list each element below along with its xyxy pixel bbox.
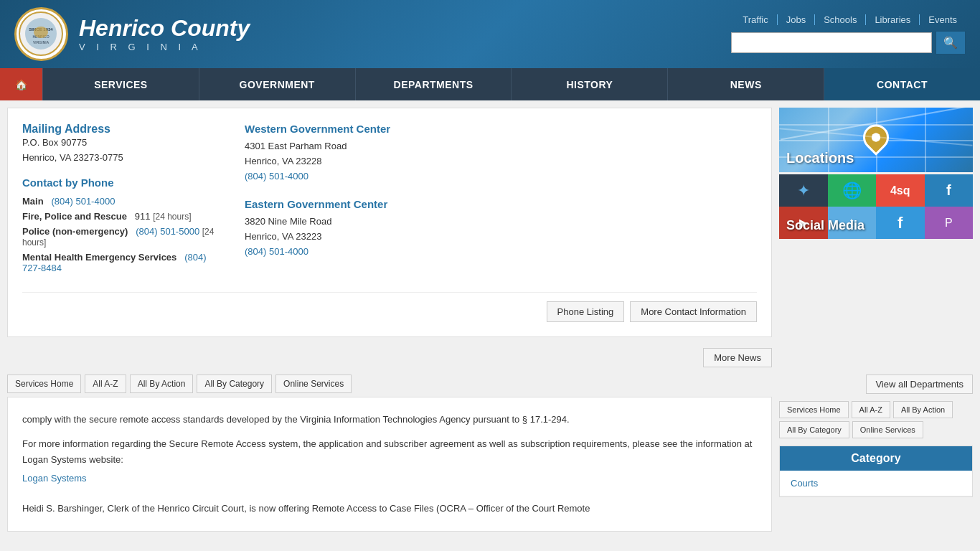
category-box: Category Courts <box>779 446 973 497</box>
county-name-text: Henrico County <box>79 16 250 41</box>
main-nav: 🏠 SERVICES GOVERNMENT DEPARTMENTS HISTOR… <box>0 68 980 100</box>
phone-mental: Mental Health Emergency Services (804) 7… <box>22 252 223 273</box>
locations-box[interactable]: Locations <box>779 108 973 172</box>
view-all-departments-button[interactable]: View all Departments <box>866 375 973 394</box>
content-para1: comply with the secure remote access sta… <box>22 412 757 428</box>
svc-nav-side-online-services[interactable]: Online Services <box>852 421 923 438</box>
contact-right-col: Western Government Center 4301 East Parh… <box>245 123 757 278</box>
top-link-jobs[interactable]: Jobs <box>778 14 815 25</box>
phone-fire-number: 911 <box>135 211 151 222</box>
eastern-center-title[interactable]: Eastern Government Center <box>245 198 757 210</box>
eastern-gov-center: Eastern Government Center 3820 Nine Mile… <box>245 198 757 259</box>
sidebar-bottom: View all Departments Services HomeAll A-… <box>779 371 980 539</box>
phone-mental-label: Mental Health Emergency Services <box>22 252 176 263</box>
contact-panel: Mailing Address P.O. Box 90775 Henrico, … <box>7 108 772 337</box>
mailing-address: P.O. Box 90775 Henrico, VA 23273-0775 <box>22 136 223 166</box>
svc-nav-side-all-by-category[interactable]: All By Category <box>779 421 849 438</box>
phone-main-label: Main <box>22 196 44 207</box>
service-nav-row: Services HomeAll A-ZAll By ActionAll By … <box>0 371 779 397</box>
locations-label: Locations <box>786 150 854 166</box>
nav-government[interactable]: GOVERNMENT <box>199 68 356 100</box>
phone-section-title: Contact by Phone <box>22 176 223 189</box>
top-link-traffic[interactable]: Traffic <box>734 14 777 25</box>
county-seal[interactable]: SINCE 1634 HENRICO VIRGINIA <box>14 7 68 61</box>
search-button[interactable]: 🔍 <box>936 31 966 55</box>
eastern-addr2: Henrico, VA 23223 <box>245 231 321 242</box>
phone-police: Police (non-emergency) (804) 501-5000 [2… <box>22 226 223 248</box>
view-all-row: View all Departments <box>779 371 973 397</box>
western-gov-center: Western Government Center 4301 East Parh… <box>245 123 757 184</box>
more-contact-button[interactable]: More Contact Information <box>630 301 757 322</box>
phone-listing-button[interactable]: Phone Listing <box>547 301 625 322</box>
category-title: Category <box>780 446 972 471</box>
top-link-events[interactable]: Events <box>920 14 966 25</box>
svc-nav-side-all-a-z[interactable]: All A-Z <box>852 401 890 418</box>
social-cell-fb2[interactable]: f <box>876 207 925 239</box>
social-media-label: Social Media <box>786 218 864 233</box>
header: SINCE 1634 HENRICO VIRGINIA Henrico Coun… <box>0 0 980 68</box>
phone-police-number[interactable]: (804) 501-5000 <box>136 226 199 237</box>
nav-history[interactable]: HISTORY <box>512 68 668 100</box>
search-input[interactable] <box>731 32 932 53</box>
social-cell-foursquare[interactable]: 4sq <box>876 174 925 207</box>
svc-nav-all-by-action[interactable]: All By Action <box>130 375 194 393</box>
map-pin-dot <box>870 131 882 143</box>
header-right: TrafficJobsSchoolsLibrariesEvents 🔍 <box>731 14 966 55</box>
svg-text:VIRGINIA: VIRGINIA <box>33 40 50 44</box>
svg-point-5 <box>34 27 48 38</box>
phone-main-number[interactable]: (804) 501-4000 <box>51 196 115 207</box>
more-news-row: More News <box>0 344 779 371</box>
top-link-libraries[interactable]: Libraries <box>866 14 920 25</box>
contact-buttons: Phone Listing More Contact Information <box>22 292 757 322</box>
svc-nav-online-services[interactable]: Online Services <box>275 375 352 393</box>
county-name: Henrico County V I R G I N I A <box>79 16 250 52</box>
eastern-phone[interactable]: (804) 501-4000 <box>245 246 308 257</box>
contact-columns: Mailing Address P.O. Box 90775 Henrico, … <box>22 123 757 278</box>
top-links: TrafficJobsSchoolsLibrariesEvents <box>734 14 966 25</box>
eastern-addr1: 3820 Nine Mile Road <box>245 216 331 227</box>
social-cell-facebook[interactable]: f <box>925 174 974 207</box>
phone-main: Main (804) 501-4000 <box>22 196 223 207</box>
social-cell-1[interactable]: ✦ <box>779 174 828 207</box>
nav-services[interactable]: SERVICES <box>43 68 199 100</box>
social-media-box[interactable]: ✦ 🌐 4sq f ▶ t f P Social Media <box>779 174 973 239</box>
service-nav-buttons: Services HomeAll A-ZAll By ActionAll By … <box>779 397 973 442</box>
logo-area: SINCE 1634 HENRICO VIRGINIA Henrico Coun… <box>14 7 250 61</box>
eastern-address: 3820 Nine Mile Road Henrico, VA 23223 (8… <box>245 215 757 259</box>
social-cell-globe[interactable]: 🌐 <box>828 174 877 207</box>
mailing-address-title[interactable]: Mailing Address <box>22 123 110 135</box>
mailing-line2: Henrico, VA 23273-0775 <box>22 152 123 163</box>
phone-fire-note: [24 hours] <box>153 212 191 222</box>
phone-police-label: Police (non-emergency) <box>22 226 128 237</box>
svc-nav-side-services-home[interactable]: Services Home <box>779 401 849 418</box>
more-news-button[interactable]: More News <box>703 348 772 367</box>
logan-systems-link[interactable]: Logan Systems <box>22 473 87 484</box>
svc-nav-all-by-category[interactable]: All By Category <box>197 375 272 393</box>
category-item-courts: Courts <box>780 471 972 496</box>
map-road-v3 <box>925 108 926 172</box>
search-area: 🔍 <box>731 31 966 55</box>
top-section: Mailing Address P.O. Box 90775 Henrico, … <box>0 100 980 371</box>
phone-fire: Fire, Police and Rescue 911 [24 hours] <box>22 211 223 222</box>
nav-home[interactable]: 🏠 <box>0 68 43 100</box>
courts-link[interactable]: Courts <box>791 478 818 489</box>
nav-departments[interactable]: DEPARTMENTS <box>356 68 512 100</box>
social-cell-pin[interactable]: P <box>925 207 974 239</box>
western-center-title[interactable]: Western Government Center <box>245 123 757 135</box>
western-phone[interactable]: (804) 501-4000 <box>245 171 308 182</box>
nav-news[interactable]: NEWS <box>668 68 824 100</box>
right-sidebar: Locations ✦ 🌐 4sq f ▶ t f P Social Media <box>779 100 980 371</box>
svc-nav-all-a-z[interactable]: All A-Z <box>85 375 126 393</box>
seal-svg: SINCE 1634 HENRICO VIRGINIA <box>18 11 65 57</box>
main-content: comply with the secure remote access sta… <box>7 397 772 532</box>
nav-contact[interactable]: CONTACT <box>824 68 980 100</box>
western-addr1: 4301 East Parham Road <box>245 141 347 151</box>
content-para3: Heidi S. Barshinger, Clerk of the Henric… <box>22 501 757 517</box>
content-area: Services HomeAll A-ZAll By ActionAll By … <box>0 371 980 539</box>
svc-nav-services-home[interactable]: Services Home <box>7 375 81 393</box>
western-addr2: Henrico, VA 23228 <box>245 156 321 166</box>
svc-nav-side-all-by-action[interactable]: All By Action <box>893 401 953 418</box>
top-left-main: Mailing Address P.O. Box 90775 Henrico, … <box>0 100 779 371</box>
content-para2: For more information regarding the Secur… <box>22 436 757 468</box>
top-link-schools[interactable]: Schools <box>815 14 866 25</box>
